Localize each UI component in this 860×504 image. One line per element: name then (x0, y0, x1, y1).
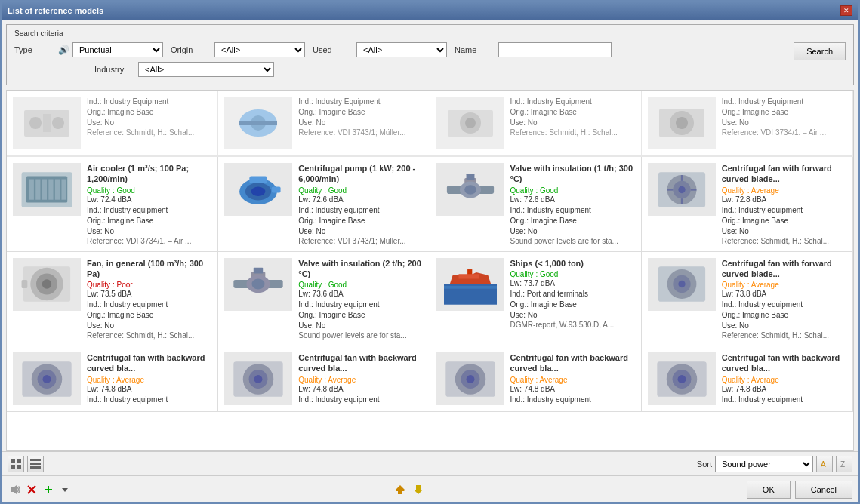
svg-point-57 (678, 281, 685, 287)
grid-item-faded-4[interactable]: Ind.: Industry Equipment Orig.: Imagine … (642, 91, 853, 156)
industry-label: Industry (94, 65, 132, 74)
sort-desc-button[interactable]: Z (836, 456, 852, 472)
main-window: List of reference models ✕ Search criter… (0, 0, 860, 504)
arrow-up-yellow-icon[interactable] (411, 482, 426, 497)
svg-point-61 (43, 375, 51, 383)
used-select[interactable]: <All> (356, 42, 447, 57)
grid-item-10[interactable]: Centrifugal fan with backward curved bla… (218, 346, 430, 412)
cancel-button[interactable]: Cancel (795, 481, 852, 499)
grid-item-8[interactable]: Centrifugal fan with forward curved blad… (642, 252, 853, 347)
svg-rect-75 (17, 459, 21, 463)
grid-item-11[interactable]: Centrifugal fan with backward curved bla… (430, 346, 642, 412)
grid-item-faded-2[interactable]: Ind.: Industry Equipment Orig.: Imagine … (218, 91, 430, 156)
svg-rect-78 (30, 459, 41, 461)
item-image-1 (13, 163, 81, 216)
footer-icons (8, 482, 72, 497)
svg-marker-91 (414, 485, 423, 494)
svg-rect-80 (30, 466, 41, 469)
title-bar-buttons: ✕ (840, 5, 852, 16)
svg-rect-50 (444, 286, 497, 289)
svg-rect-20 (61, 179, 66, 199)
grid-row-3: Centrifugal fan with backward curved bla… (7, 346, 853, 412)
item-info-10: Centrifugal fan with backward curved bla… (298, 352, 423, 405)
grid-item-faded-3[interactable]: Ind.: Industry Equipment Orig.: Imagine … (430, 91, 642, 156)
content-area: Ind.: Industry Equipment Orig.: Imagine … (2, 90, 858, 475)
type-select[interactable]: Punctual (72, 42, 163, 57)
arrow-down-green-icon[interactable] (393, 482, 408, 497)
item-image-7 (436, 258, 504, 311)
svg-point-65 (254, 375, 263, 383)
item-info-7: Ships (< 1,000 ton) Quality : Good Lw: 7… (510, 258, 635, 340)
footer-buttons: OK Cancel (747, 481, 852, 499)
grid-row-2: Fan, in general (100 m³/h; 300 Pa) Quali… (7, 252, 853, 347)
svg-point-1 (29, 117, 42, 129)
svg-point-30 (464, 185, 476, 194)
grid-item-9[interactable]: Centrifugal fan with backward curved bla… (7, 346, 218, 412)
svg-rect-15 (29, 179, 34, 199)
item-image-11 (436, 352, 504, 405)
grid-item-5[interactable]: Fan, in general (100 m³/h; 300 Pa) Quali… (7, 252, 218, 347)
used-label: Used (313, 45, 350, 54)
item-info-faded-2: Ind.: Industry Equipment Orig.: Imagine … (298, 97, 423, 149)
grid-row-1: Air cooler (1 m³/s; 100 Pa; 1,200/min) Q… (7, 157, 853, 252)
type-label: Type (14, 45, 52, 54)
item-info-faded-4: Ind.: Industry Equipment Orig.: Imagine … (722, 97, 846, 149)
grid-item-7[interactable]: Ships (< 1,000 ton) Quality : Good Lw: 7… (430, 252, 642, 347)
dropdown-arrow-icon[interactable] (57, 482, 72, 497)
grid-item-12[interactable]: Centrifugal fan with backward curved bla… (642, 346, 853, 412)
svg-point-12 (676, 117, 688, 129)
svg-rect-28 (466, 174, 474, 180)
ok-button[interactable]: OK (747, 481, 791, 499)
sort-asc-button[interactable]: A (816, 456, 833, 472)
item-image-faded-4 (648, 97, 716, 149)
grid-item-2[interactable]: Centrifugal pump (1 kW; 200 - 6,000/min)… (218, 157, 430, 252)
grid-item-4[interactable]: Centrifugal fan with forward curved blad… (642, 157, 853, 252)
item-image-12 (648, 352, 716, 405)
grid-item-3[interactable]: Valve with insulation (1 t/h; 300 °C) Qu… (430, 157, 642, 252)
origin-select[interactable]: <All> (214, 42, 305, 57)
name-label: Name (455, 45, 492, 54)
svg-text:A: A (821, 460, 826, 469)
search-button[interactable]: Search (794, 42, 846, 60)
svg-rect-17 (42, 179, 47, 199)
top-faded-row: Ind.: Industry Equipment Orig.: Imagine … (7, 91, 853, 157)
grid-view-button[interactable] (8, 456, 24, 472)
item-info-12: Centrifugal fan with backward curved bla… (722, 352, 846, 405)
footer-action-icons (393, 482, 426, 497)
window-title: List of reference models (8, 6, 103, 15)
search-criteria-title: Search criteria (14, 29, 846, 38)
origin-row: Origin <All> (171, 42, 305, 57)
item-image-8 (648, 258, 716, 311)
add-icon[interactable] (41, 482, 56, 497)
list-view-button[interactable] (27, 456, 44, 472)
item-image-2 (224, 163, 292, 216)
item-info-11: Centrifugal fan with backward curved bla… (510, 352, 635, 405)
svg-rect-46 (254, 268, 263, 274)
svg-marker-88 (62, 488, 68, 492)
item-info-6: Valve with insulation (2 t/h; 200 °C) Qu… (298, 258, 423, 340)
industry-select[interactable]: <All> (138, 62, 274, 77)
svg-rect-77 (17, 465, 21, 469)
item-info-faded-3: Ind.: Industry Equipment Orig.: Imagine … (510, 97, 635, 149)
sort-select[interactable]: Sound power Name Quality Industry (715, 456, 813, 472)
svg-rect-3 (43, 114, 51, 132)
close-button[interactable]: ✕ (840, 5, 852, 16)
grid-item-6[interactable]: Valve with insulation (2 t/h; 200 °C) Qu… (218, 252, 430, 347)
delete-icon[interactable] (24, 482, 39, 497)
search-criteria-panel: Search criteria Type 🔊 Punctual Origin <… (6, 24, 854, 85)
svg-point-2 (52, 117, 64, 129)
item-image-5 (13, 258, 81, 311)
svg-point-42 (42, 279, 51, 288)
item-info-9: Centrifugal fan with backward curved bla… (87, 352, 211, 405)
item-image-4 (648, 163, 716, 216)
svg-point-23 (251, 186, 266, 195)
grid-scroll[interactable]: Ind.: Industry Equipment Orig.: Imagine … (6, 90, 854, 451)
type-container: 🔊 Punctual (58, 42, 163, 57)
svg-point-9 (465, 118, 476, 128)
svg-rect-18 (48, 179, 53, 199)
item-image-faded-1 (13, 97, 81, 149)
name-input[interactable] (498, 42, 612, 57)
item-info-8: Centrifugal fan with forward curved blad… (722, 258, 846, 340)
grid-item-faded-1[interactable]: Ind.: Industry Equipment Orig.: Imagine … (7, 91, 218, 156)
grid-item-1[interactable]: Air cooler (1 m³/s; 100 Pa; 1,200/min) Q… (7, 157, 218, 252)
